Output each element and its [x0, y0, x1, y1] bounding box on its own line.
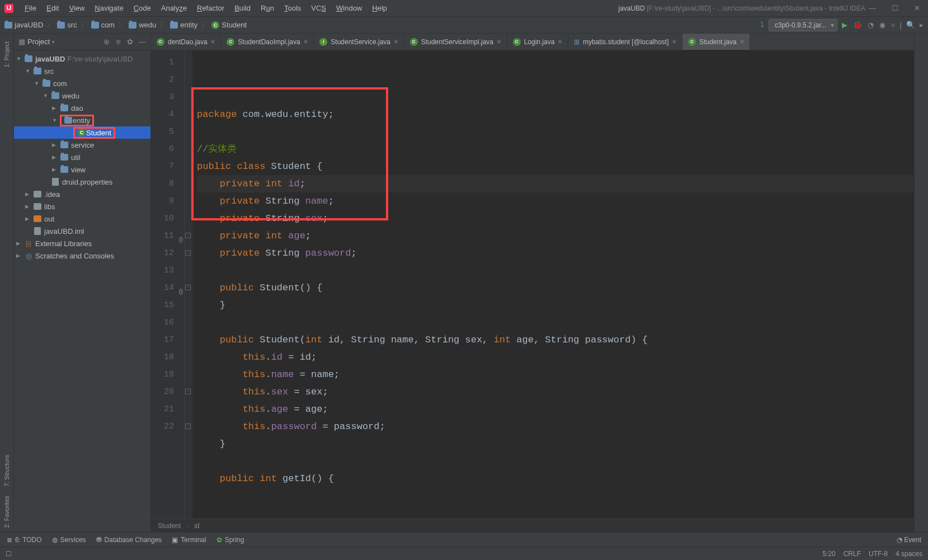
- menubar: File Edit View Navigate Code Analyze Ref…: [20, 2, 618, 15]
- editor-tab[interactable]: IStudentService.java×: [314, 34, 404, 50]
- fold-toggle[interactable]: −: [185, 250, 191, 256]
- tool-todo[interactable]: ≣6: TODO: [7, 536, 42, 544]
- profiler-icon[interactable]: ◉: [879, 21, 885, 29]
- hide-panel-icon[interactable]: —: [139, 37, 146, 46]
- menu-help[interactable]: Help: [368, 2, 392, 15]
- tree-item[interactable]: ▶⌸External Libraries: [14, 237, 150, 250]
- close-tab-icon[interactable]: ×: [394, 37, 398, 46]
- settings-icon[interactable]: ▸: [920, 21, 924, 29]
- breadcrumb-item[interactable]: wedu: [129, 21, 156, 29]
- fold-toggle[interactable]: −: [185, 423, 191, 429]
- breadcrumb-item[interactable]: javaUBD: [4, 21, 43, 29]
- tree-item[interactable]: druid.properties: [14, 176, 150, 188]
- fold-toggle[interactable]: −: [185, 389, 191, 394]
- debug-icon[interactable]: 🐞: [853, 21, 862, 29]
- tree-item[interactable]: ▶view: [14, 163, 150, 176]
- editor-tab[interactable]: CStudentDaoImpl.java×: [221, 34, 314, 50]
- editor-tabs: CdentDao.java×CStudentDaoImpl.java×IStud…: [151, 34, 914, 50]
- status-indent[interactable]: 4 spaces: [896, 550, 922, 558]
- right-tool-stripe: [914, 34, 928, 532]
- breadcrumb: javaUBD〉src〉com〉wedu〉entity〉CStudent: [4, 20, 247, 30]
- menu-run[interactable]: Run: [256, 2, 279, 15]
- crumb-class[interactable]: Student: [158, 522, 181, 530]
- project-tree: ▼javaUBD F:\re-study\javaUBD▼src▼com▼wed…: [14, 50, 150, 532]
- tree-item[interactable]: ▶util: [14, 151, 150, 163]
- app-logo: IJ: [4, 4, 13, 13]
- close-tab-icon[interactable]: ×: [740, 37, 745, 46]
- breadcrumb-item[interactable]: entity: [170, 21, 197, 29]
- status-eol[interactable]: CRLF: [844, 550, 861, 558]
- minimize-button[interactable]: —: [865, 4, 879, 12]
- tree-item[interactable]: ▶◎Scratches and Consoles: [14, 250, 150, 262]
- tree-item[interactable]: ▶service: [14, 139, 150, 151]
- menu-vcs[interactable]: VCS: [307, 2, 331, 15]
- tool-terminal[interactable]: ▣Terminal: [172, 536, 206, 544]
- tool-db-changes[interactable]: ⛃Database Changes: [96, 536, 162, 544]
- tool-services[interactable]: ◍Services: [52, 536, 86, 544]
- menu-window[interactable]: Window: [332, 2, 366, 15]
- tool-favorites-tab[interactable]: 2: Favorites: [3, 491, 10, 532]
- breadcrumb-item[interactable]: com: [91, 21, 115, 29]
- close-button[interactable]: ✕: [911, 4, 924, 12]
- status-window-icon[interactable]: ☐: [6, 550, 12, 558]
- menu-edit[interactable]: Edit: [42, 2, 63, 15]
- editor-tab[interactable]: CStudent.java×: [682, 34, 750, 50]
- panel-settings-icon[interactable]: ✿: [127, 37, 133, 46]
- tree-item[interactable]: ▼src: [14, 65, 150, 77]
- window-controls: — ☐ ✕: [865, 4, 924, 12]
- close-tab-icon[interactable]: ×: [558, 37, 562, 46]
- editor-tab[interactable]: ⊞mybatis.student [@localhost]×: [568, 34, 682, 50]
- event-log-button[interactable]: ◔ Event: [897, 536, 921, 544]
- menu-refactor[interactable]: Refactor: [192, 2, 229, 15]
- run-icon[interactable]: ▶: [842, 21, 847, 29]
- select-opened-file-icon[interactable]: ⊕: [103, 37, 110, 46]
- tree-item[interactable]: ▶libs: [14, 200, 150, 213]
- menu-code[interactable]: Code: [129, 2, 156, 15]
- editor-breadcrumb: Student › id: [151, 519, 914, 532]
- menu-view[interactable]: View: [64, 2, 89, 15]
- menu-analyze[interactable]: Analyze: [157, 2, 191, 15]
- breadcrumb-item[interactable]: CStudent: [211, 21, 247, 29]
- close-tab-icon[interactable]: ×: [672, 37, 677, 46]
- tree-item[interactable]: javaUBD.iml: [14, 225, 150, 237]
- build-icon[interactable]: ⤵: [760, 21, 764, 29]
- close-tab-icon[interactable]: ×: [497, 37, 501, 46]
- menu-file[interactable]: File: [20, 2, 41, 15]
- stop-icon[interactable]: ■: [891, 21, 896, 29]
- menu-tools[interactable]: Tools: [280, 2, 305, 15]
- tree-item[interactable]: CStudent: [14, 126, 150, 139]
- tree-item[interactable]: ▶.idea: [14, 188, 150, 200]
- tool-project-tab[interactable]: 1: Project: [3, 37, 10, 72]
- breadcrumb-item[interactable]: src: [57, 21, 77, 29]
- tree-item[interactable]: ▼javaUBD F:\re-study\javaUBD: [14, 53, 150, 65]
- editor-tab[interactable]: CdentDao.java×: [151, 34, 221, 50]
- fold-toggle[interactable]: −: [185, 285, 191, 290]
- tree-item[interactable]: ▼com: [14, 77, 150, 90]
- tree-item[interactable]: ▼entity: [14, 114, 150, 126]
- tree-item[interactable]: ▼wedu: [14, 90, 150, 102]
- tree-item[interactable]: ▶dao: [14, 102, 150, 114]
- run-config-selector[interactable]: c3p0-0.9.5.2.jar...: [769, 19, 837, 31]
- project-panel-title[interactable]: ▦ Project ▾: [18, 37, 100, 46]
- crumb-member[interactable]: id: [194, 522, 199, 530]
- search-icon[interactable]: 🔍: [906, 21, 915, 29]
- status-encoding[interactable]: UTF-8: [869, 550, 888, 558]
- menu-build[interactable]: Build: [230, 2, 255, 15]
- fold-toggle[interactable]: −: [185, 233, 191, 238]
- tool-structure-tab[interactable]: 7: Structure: [3, 450, 10, 491]
- coverage-icon[interactable]: ◔: [868, 21, 874, 29]
- left-tool-stripe: 1: Project 7: Structure 2: Favorites: [0, 34, 14, 532]
- expand-all-icon[interactable]: ≑: [115, 37, 121, 46]
- close-tab-icon[interactable]: ×: [211, 37, 215, 46]
- status-position[interactable]: 5:20: [822, 550, 835, 558]
- tool-spring[interactable]: ✿Spring: [216, 536, 244, 544]
- maximize-button[interactable]: ☐: [888, 4, 902, 12]
- line-number-gutter: 1234567891011@121314@1516171819202122: [151, 50, 185, 519]
- editor-tab[interactable]: CStudentServiceImpl.java×: [404, 34, 507, 50]
- editor-tab[interactable]: CLogin.java×: [507, 34, 568, 50]
- tree-item[interactable]: ▶out: [14, 213, 150, 225]
- code-editor[interactable]: package com.wedu.entity;//实体类public clas…: [192, 50, 914, 519]
- navigation-bar: javaUBD〉src〉com〉wedu〉entity〉CStudent ⤵ c…: [0, 17, 928, 34]
- menu-navigate[interactable]: Navigate: [90, 2, 128, 15]
- close-tab-icon[interactable]: ×: [304, 37, 308, 46]
